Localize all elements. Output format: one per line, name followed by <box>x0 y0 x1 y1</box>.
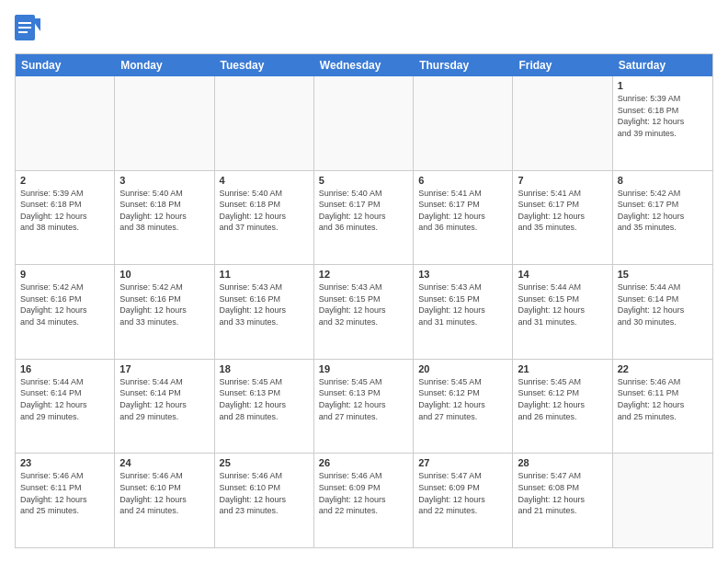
calendar-cell: 13Sunrise: 5:43 AM Sunset: 6:15 PM Dayli… <box>414 265 513 359</box>
weekday-header: Sunday <box>16 54 115 76</box>
calendar-cell: 10Sunrise: 5:42 AM Sunset: 6:16 PM Dayli… <box>115 265 214 359</box>
calendar-row: 9Sunrise: 5:42 AM Sunset: 6:16 PM Daylig… <box>16 265 712 360</box>
day-number: 28 <box>518 457 607 468</box>
weekday-header: Friday <box>513 54 612 76</box>
day-number: 26 <box>319 457 408 468</box>
calendar-cell: 11Sunrise: 5:43 AM Sunset: 6:16 PM Dayli… <box>215 265 314 359</box>
day-info: Sunrise: 5:46 AM Sunset: 6:10 PM Dayligh… <box>119 470 209 516</box>
day-number: 3 <box>119 175 209 186</box>
day-info: Sunrise: 5:39 AM Sunset: 6:18 PM Dayligh… <box>618 93 708 139</box>
calendar-row: 23Sunrise: 5:46 AM Sunset: 6:11 PM Dayli… <box>16 454 712 547</box>
calendar-cell <box>314 76 414 170</box>
day-info: Sunrise: 5:45 AM Sunset: 6:12 PM Dayligh… <box>418 376 507 422</box>
day-number: 25 <box>220 457 309 468</box>
calendar-body: 1Sunrise: 5:39 AM Sunset: 6:18 PM Daylig… <box>16 76 712 547</box>
calendar-cell: 23Sunrise: 5:46 AM Sunset: 6:11 PM Dayli… <box>16 454 115 547</box>
day-info: Sunrise: 5:40 AM Sunset: 6:18 PM Dayligh… <box>220 188 309 234</box>
calendar-cell <box>414 76 513 170</box>
day-info: Sunrise: 5:42 AM Sunset: 6:17 PM Dayligh… <box>618 188 708 234</box>
calendar-cell <box>613 454 712 547</box>
day-number: 21 <box>518 363 607 374</box>
calendar-cell: 15Sunrise: 5:44 AM Sunset: 6:14 PM Dayli… <box>613 265 712 359</box>
calendar-cell <box>16 76 115 170</box>
calendar-cell: 12Sunrise: 5:43 AM Sunset: 6:15 PM Dayli… <box>314 265 414 359</box>
day-info: Sunrise: 5:45 AM Sunset: 6:13 PM Dayligh… <box>220 376 309 422</box>
calendar-cell <box>513 76 612 170</box>
svg-rect-3 <box>18 27 31 29</box>
calendar-header: SundayMondayTuesdayWednesdayThursdayFrid… <box>16 54 712 76</box>
calendar-cell: 8Sunrise: 5:42 AM Sunset: 6:17 PM Daylig… <box>613 171 712 265</box>
logo <box>15 15 40 44</box>
calendar-cell: 21Sunrise: 5:45 AM Sunset: 6:12 PM Dayli… <box>513 360 612 454</box>
day-number: 14 <box>518 269 607 280</box>
calendar-cell: 22Sunrise: 5:46 AM Sunset: 6:11 PM Dayli… <box>613 360 712 454</box>
svg-rect-2 <box>18 22 31 24</box>
calendar-cell: 24Sunrise: 5:46 AM Sunset: 6:10 PM Dayli… <box>115 454 214 547</box>
weekday-header: Tuesday <box>215 54 314 76</box>
day-info: Sunrise: 5:44 AM Sunset: 6:14 PM Dayligh… <box>20 376 109 422</box>
calendar-cell: 20Sunrise: 5:45 AM Sunset: 6:12 PM Dayli… <box>414 360 513 454</box>
day-number: 20 <box>418 363 507 374</box>
day-info: Sunrise: 5:41 AM Sunset: 6:17 PM Dayligh… <box>518 188 607 234</box>
calendar-cell: 3Sunrise: 5:40 AM Sunset: 6:18 PM Daylig… <box>115 171 214 265</box>
calendar-cell <box>215 76 314 170</box>
calendar-cell: 5Sunrise: 5:40 AM Sunset: 6:17 PM Daylig… <box>314 171 414 265</box>
day-number: 1 <box>618 80 708 91</box>
calendar-cell: 28Sunrise: 5:47 AM Sunset: 6:08 PM Dayli… <box>513 454 612 547</box>
calendar-cell: 25Sunrise: 5:46 AM Sunset: 6:10 PM Dayli… <box>215 454 314 547</box>
weekday-header: Saturday <box>613 54 712 76</box>
calendar: SundayMondayTuesdayWednesdayThursdayFrid… <box>15 53 713 548</box>
day-number: 8 <box>618 175 708 186</box>
day-number: 10 <box>119 269 209 280</box>
calendar-cell: 6Sunrise: 5:41 AM Sunset: 6:17 PM Daylig… <box>414 171 513 265</box>
day-number: 17 <box>119 363 209 374</box>
day-info: Sunrise: 5:44 AM Sunset: 6:15 PM Dayligh… <box>518 282 607 327</box>
weekday-header: Monday <box>115 54 214 76</box>
day-info: Sunrise: 5:43 AM Sunset: 6:15 PM Dayligh… <box>418 282 507 327</box>
calendar-cell: 26Sunrise: 5:46 AM Sunset: 6:09 PM Dayli… <box>314 454 414 547</box>
day-info: Sunrise: 5:40 AM Sunset: 6:17 PM Dayligh… <box>319 188 408 234</box>
day-number: 27 <box>418 457 507 468</box>
day-info: Sunrise: 5:47 AM Sunset: 6:08 PM Dayligh… <box>518 470 607 516</box>
day-number: 11 <box>220 269 309 280</box>
calendar-row: 1Sunrise: 5:39 AM Sunset: 6:18 PM Daylig… <box>16 76 712 171</box>
day-number: 7 <box>518 175 607 186</box>
calendar-cell: 16Sunrise: 5:44 AM Sunset: 6:14 PM Dayli… <box>16 360 115 454</box>
day-info: Sunrise: 5:42 AM Sunset: 6:16 PM Dayligh… <box>119 282 209 327</box>
day-info: Sunrise: 5:41 AM Sunset: 6:17 PM Dayligh… <box>418 188 507 234</box>
calendar-cell: 2Sunrise: 5:39 AM Sunset: 6:18 PM Daylig… <box>16 171 115 265</box>
day-info: Sunrise: 5:45 AM Sunset: 6:12 PM Dayligh… <box>518 376 607 422</box>
calendar-row: 16Sunrise: 5:44 AM Sunset: 6:14 PM Dayli… <box>16 360 712 454</box>
day-number: 22 <box>618 363 708 374</box>
day-number: 15 <box>618 269 708 280</box>
day-number: 5 <box>319 175 408 186</box>
weekday-header: Wednesday <box>314 54 414 76</box>
day-info: Sunrise: 5:46 AM Sunset: 6:11 PM Dayligh… <box>618 376 708 422</box>
day-number: 4 <box>220 175 309 186</box>
calendar-row: 2Sunrise: 5:39 AM Sunset: 6:18 PM Daylig… <box>16 171 712 266</box>
day-info: Sunrise: 5:40 AM Sunset: 6:18 PM Dayligh… <box>119 188 209 234</box>
weekday-header: Thursday <box>414 54 513 76</box>
day-info: Sunrise: 5:44 AM Sunset: 6:14 PM Dayligh… <box>618 282 708 327</box>
day-number: 9 <box>20 269 109 280</box>
day-info: Sunrise: 5:45 AM Sunset: 6:13 PM Dayligh… <box>319 376 408 422</box>
day-number: 16 <box>20 363 109 374</box>
day-info: Sunrise: 5:47 AM Sunset: 6:09 PM Dayligh… <box>418 470 507 516</box>
day-number: 13 <box>418 269 507 280</box>
calendar-cell: 4Sunrise: 5:40 AM Sunset: 6:18 PM Daylig… <box>215 171 314 265</box>
calendar-cell: 14Sunrise: 5:44 AM Sunset: 6:15 PM Dayli… <box>513 265 612 359</box>
day-info: Sunrise: 5:46 AM Sunset: 6:09 PM Dayligh… <box>319 470 408 516</box>
day-info: Sunrise: 5:44 AM Sunset: 6:14 PM Dayligh… <box>119 376 209 422</box>
calendar-cell: 19Sunrise: 5:45 AM Sunset: 6:13 PM Dayli… <box>314 360 414 454</box>
day-number: 2 <box>20 175 109 186</box>
svg-rect-4 <box>18 31 28 33</box>
calendar-cell: 9Sunrise: 5:42 AM Sunset: 6:16 PM Daylig… <box>16 265 115 359</box>
day-number: 23 <box>20 457 109 468</box>
day-info: Sunrise: 5:43 AM Sunset: 6:16 PM Dayligh… <box>220 282 309 327</box>
day-info: Sunrise: 5:42 AM Sunset: 6:16 PM Dayligh… <box>20 282 109 327</box>
calendar-cell <box>115 76 214 170</box>
day-info: Sunrise: 5:39 AM Sunset: 6:18 PM Dayligh… <box>20 188 109 234</box>
page: SundayMondayTuesdayWednesdayThursdayFrid… <box>0 0 728 563</box>
calendar-cell: 17Sunrise: 5:44 AM Sunset: 6:14 PM Dayli… <box>115 360 214 454</box>
calendar-cell: 1Sunrise: 5:39 AM Sunset: 6:18 PM Daylig… <box>613 76 712 170</box>
